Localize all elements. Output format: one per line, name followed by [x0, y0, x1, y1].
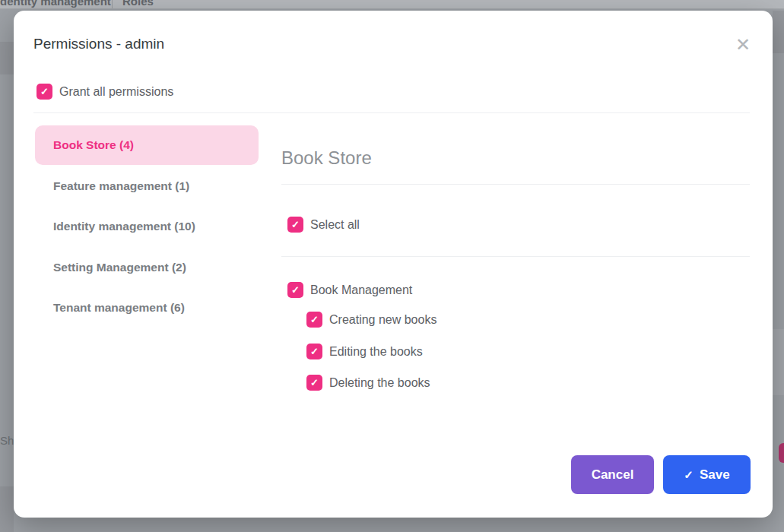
- tab-book-store[interactable]: Book Store (4): [35, 125, 259, 165]
- backdrop-band: [0, 42, 14, 74]
- book-management-checkbox[interactable]: ✓: [287, 282, 303, 298]
- check-icon: ✓: [40, 87, 49, 97]
- backdrop-band: [773, 11, 784, 53]
- header-divider: [33, 112, 750, 113]
- panel-title-divider: [281, 184, 750, 185]
- book-management-label[interactable]: Book Management: [310, 283, 412, 297]
- cancel-button[interactable]: Cancel: [571, 455, 654, 494]
- grant-all-permissions-row: ✓ Grant all permissions: [37, 84, 173, 100]
- close-icon[interactable]: ✕: [731, 33, 755, 57]
- permissions-modal: Permissions - admin ✕ ✓ Grant all permis…: [14, 11, 773, 518]
- select-all-label[interactable]: Select all: [310, 218, 360, 232]
- tab-tenant-management[interactable]: Tenant management (6): [35, 287, 259, 328]
- select-all-divider: [281, 256, 750, 257]
- modal-title: Permissions - admin: [33, 36, 164, 52]
- select-all-checkbox[interactable]: ✓: [287, 217, 303, 233]
- permission-row-deleting-the-books: ✓ Deleting the books: [306, 375, 430, 391]
- deleting-the-books-label[interactable]: Deleting the books: [329, 376, 430, 390]
- tab-feature-management[interactable]: Feature management (1): [35, 166, 259, 206]
- backdrop-band: [773, 329, 784, 395]
- background-tab-separator: [112, 0, 113, 9]
- check-icon: ✓: [291, 220, 300, 230]
- deleting-the-books-checkbox[interactable]: ✓: [306, 375, 322, 391]
- background-occluded-button: [779, 443, 784, 463]
- permission-row-editing-the-books: ✓ Editing the books: [306, 344, 423, 359]
- panel-title: Book Store: [281, 147, 372, 169]
- backdrop-band: [0, 486, 14, 532]
- background-page-header: dentity management Roles: [0, 0, 784, 9]
- check-icon: ✓: [310, 315, 319, 325]
- creating-new-books-checkbox[interactable]: ✓: [306, 312, 322, 328]
- editing-the-books-checkbox[interactable]: ✓: [306, 344, 322, 359]
- grant-all-checkbox[interactable]: ✓: [37, 84, 52, 100]
- grant-all-label[interactable]: Grant all permissions: [59, 85, 173, 99]
- select-all-row: ✓ Select all: [287, 217, 360, 233]
- permission-row-book-management: ✓ Book Management: [287, 282, 412, 298]
- save-button[interactable]: ✓ Save: [663, 455, 751, 494]
- cancel-button-label: Cancel: [592, 467, 634, 483]
- check-icon: ✓: [291, 285, 300, 295]
- background-partial-text: Sh: [0, 434, 14, 447]
- permission-row-creating-new-books: ✓ Creating new books: [306, 312, 436, 328]
- check-icon: ✓: [310, 347, 319, 356]
- tab-setting-management[interactable]: Setting Management (2): [35, 247, 259, 287]
- creating-new-books-label[interactable]: Creating new books: [329, 313, 436, 327]
- check-icon: ✓: [310, 378, 319, 388]
- background-tab-roles: Roles: [122, 0, 154, 8]
- background-tab-identity-management: dentity management: [0, 0, 111, 8]
- check-icon: ✓: [684, 468, 694, 482]
- tab-identity-management[interactable]: Identity management (10): [35, 206, 259, 246]
- save-button-label: Save: [700, 467, 730, 483]
- editing-the-books-label[interactable]: Editing the books: [329, 345, 423, 359]
